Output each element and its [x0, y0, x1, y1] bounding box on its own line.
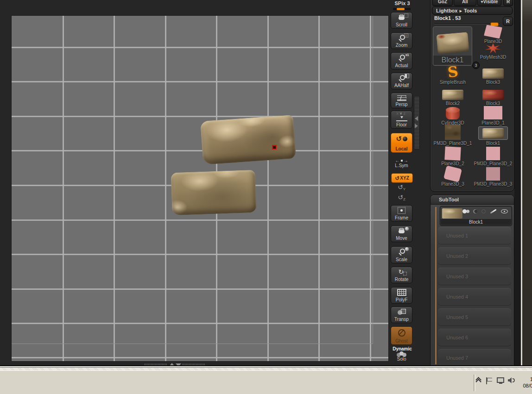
scroll-button[interactable]: Scroll: [391, 12, 412, 29]
collapse-right-arrow[interactable]: [415, 124, 418, 128]
tool-item-plane3d-2[interactable]: Plane3D_2: [433, 147, 473, 166]
lightbox-bar[interactable]: Lightbox ▸ Tools: [432, 6, 513, 15]
transp-button[interactable]: Transp: [391, 306, 412, 323]
rotate-z-letter: Z: [403, 197, 405, 201]
all-button[interactable]: All: [454, 0, 476, 6]
subtool-slot-3[interactable]: Unused 3: [438, 268, 511, 285]
floor-icon: XYZ: [396, 112, 407, 121]
collapse-left-arrow[interactable]: [415, 116, 418, 121]
rotate-y-letter: Y: [403, 187, 405, 191]
polyf-button[interactable]: PolyF: [391, 287, 412, 304]
document-canvas[interactable]: [11, 15, 389, 362]
grid-line: [318, 16, 320, 361]
zoom-button[interactable]: ↕ Zoom: [391, 32, 412, 49]
paintbrush-icon[interactable]: [490, 209, 496, 213]
subtool-slot-4[interactable]: Unused 4: [438, 288, 511, 306]
active-tool-title: Block1 . 53: [434, 15, 461, 21]
tool-item-pm3d-plane3d-2[interactable]: PM3D_Plane3D_2: [473, 147, 513, 166]
tool-item-label: SimpleBrush: [440, 80, 466, 85]
hand-icon: [399, 228, 405, 234]
tool-item-polymesh3d[interactable]: PolyMesh3D: [473, 43, 513, 60]
restore-label: R: [506, 19, 510, 24]
restore-button[interactable]: R: [503, 17, 513, 26]
subtool-item-block1[interactable]: Block1: [440, 206, 512, 226]
frame-button[interactable]: Frame: [391, 205, 412, 222]
red-brick-thumbnail: [482, 90, 504, 100]
rotate-y-icon: Y: [398, 184, 405, 193]
grid-line: [12, 254, 388, 255]
rotate-z-icon: Z: [398, 194, 405, 203]
tray-collapse-icon[interactable]: [476, 378, 481, 384]
window-edge-gap: [514, 0, 521, 370]
subtool-slot-2[interactable]: Unused 2: [438, 247, 511, 265]
subtool-slot-1[interactable]: Unused 1: [438, 227, 511, 244]
dynamic-label: Dynamic: [390, 346, 415, 351]
actual-label: Actual: [395, 63, 408, 68]
count-badge: 3: [472, 62, 480, 69]
aahalf-button[interactable]: AAHalf: [391, 73, 412, 89]
visible-button[interactable]: ▾Visible: [477, 0, 501, 6]
slot-label: Unused 5: [446, 314, 468, 320]
local-button[interactable]: Local: [391, 133, 412, 153]
rotate-y-button[interactable]: Y: [391, 184, 412, 193]
tool-item-simplebrush[interactable]: S SimpleBrush: [433, 63, 473, 85]
polypaint-icon[interactable]: [462, 209, 467, 213]
actual-button[interactable]: x1 Actual: [391, 52, 412, 69]
lsym-label: L.Sym: [395, 163, 408, 168]
slot-label: Unused 6: [446, 335, 468, 340]
rotate-button[interactable]: Rotate: [391, 267, 412, 283]
tool-item-pm3d-plane3d-1[interactable]: PM3D_Plane3D_1: [433, 125, 473, 146]
dusty-pink-rect-thumbnail: [486, 167, 500, 181]
tool-item-pm3d-plane3d-3[interactable]: PM3D_Plane3D_3: [473, 167, 513, 187]
displacement-icon[interactable]: [481, 209, 486, 213]
tool-item-label: Plane3D_1: [481, 120, 504, 125]
tool-item-block3[interactable]: 3 Block3: [473, 63, 513, 85]
clock-time: 13: [517, 376, 532, 382]
subtool-slot-5[interactable]: Unused 5: [438, 308, 511, 326]
goz-button[interactable]: GoZ: [432, 0, 453, 6]
volume-tray-icon[interactable]: [508, 377, 515, 384]
rotate-z-button[interactable]: Z: [391, 194, 412, 203]
tool-item-plane3d[interactable]: Plane3D: [473, 25, 513, 44]
perspective-icon: [397, 94, 406, 101]
brick-model-bottom[interactable]: [171, 170, 256, 215]
persp-button[interactable]: Persp: [391, 93, 412, 108]
subtool-slot-6[interactable]: Unused 6: [438, 329, 511, 346]
tool-item-plane3d-1[interactable]: Plane3D_1: [473, 106, 513, 125]
tool-item-label: Plane3D_2: [441, 161, 464, 166]
tool-item-block1-selected[interactable]: Block1: [473, 126, 513, 146]
taskbar-clock: 13 08/03: [517, 376, 532, 389]
floor-button[interactable]: XYZ Floor: [391, 111, 412, 129]
panel-divider-scrollbar[interactable]: [414, 96, 420, 149]
subtool-slot-7[interactable]: Unused 7: [438, 349, 511, 367]
uv-icon[interactable]: [473, 209, 477, 213]
tool-slider[interactable]: [434, 24, 500, 24]
scale-button[interactable]: Scale: [391, 246, 412, 263]
tool-item-block3-red[interactable]: Block3: [473, 86, 513, 106]
visibility-eye-icon[interactable]: [501, 209, 508, 213]
tool-item-plane3d-3[interactable]: Plane3D_3: [433, 167, 473, 187]
tool-item-cylinder3d[interactable]: Cylinder3D: [433, 106, 473, 125]
desktop-edge-column: [522, 0, 532, 370]
tool-item-block1-active[interactable]: Block1: [433, 26, 472, 66]
flag-tray-icon[interactable]: [486, 377, 493, 385]
xyz-rotate-button[interactable]: XYZ: [391, 173, 413, 183]
subtool-header[interactable]: SubTool: [431, 195, 514, 205]
subtool-item-label: Block1: [441, 219, 511, 225]
brick-thumbnail: [482, 128, 504, 138]
brick-model-top[interactable]: [200, 115, 296, 165]
lsym-button[interactable]: L.Sym: [391, 158, 412, 168]
move-button[interactable]: Move: [391, 225, 412, 242]
grid-line: [12, 150, 388, 151]
symmetry-arrows-icon: [395, 158, 408, 163]
spix-slider[interactable]: [393, 8, 411, 10]
ghost-button[interactable]: Ghost: [391, 326, 412, 345]
local-brush-icon: [396, 137, 407, 144]
network-tray-icon[interactable]: [497, 377, 504, 383]
r-top-button[interactable]: R: [503, 0, 513, 6]
tool-item-block2[interactable]: Block2: [433, 86, 473, 106]
spix-slider-handle[interactable]: [397, 8, 405, 10]
floor-axis-x: X: [396, 112, 400, 115]
all-label: All: [462, 0, 468, 4]
solo-button[interactable]: Solo: [391, 351, 412, 362]
